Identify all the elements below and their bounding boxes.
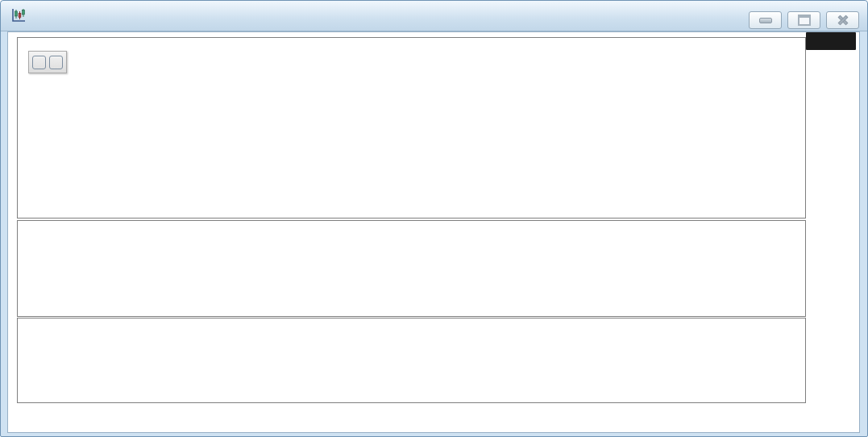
macd-plot[interactable] — [18, 318, 804, 401]
current-price-badge — [806, 32, 856, 50]
dmi-indicator-panel[interactable] — [17, 220, 806, 317]
chart-window — [0, 0, 868, 437]
close-icon — [837, 15, 849, 25]
restore-button[interactable] — [787, 11, 820, 29]
candlestick-chart-icon — [10, 7, 27, 23]
close-button[interactable] — [826, 11, 859, 29]
minimize-button[interactable] — [749, 11, 782, 29]
series-toolbar — [28, 51, 67, 73]
dmi-plot[interactable] — [18, 221, 804, 314]
chart-content-area — [7, 31, 860, 433]
red-series-button[interactable] — [32, 56, 46, 69]
macd-indicator-panel[interactable] — [17, 318, 806, 403]
minimize-icon — [759, 18, 772, 23]
candlestick-plot[interactable] — [18, 38, 804, 216]
blue-series-button[interactable] — [49, 56, 63, 69]
window-titlebar[interactable] — [1, 1, 867, 31]
restore-icon — [798, 15, 811, 26]
main-price-panel[interactable] — [17, 37, 806, 218]
window-controls — [749, 11, 859, 29]
